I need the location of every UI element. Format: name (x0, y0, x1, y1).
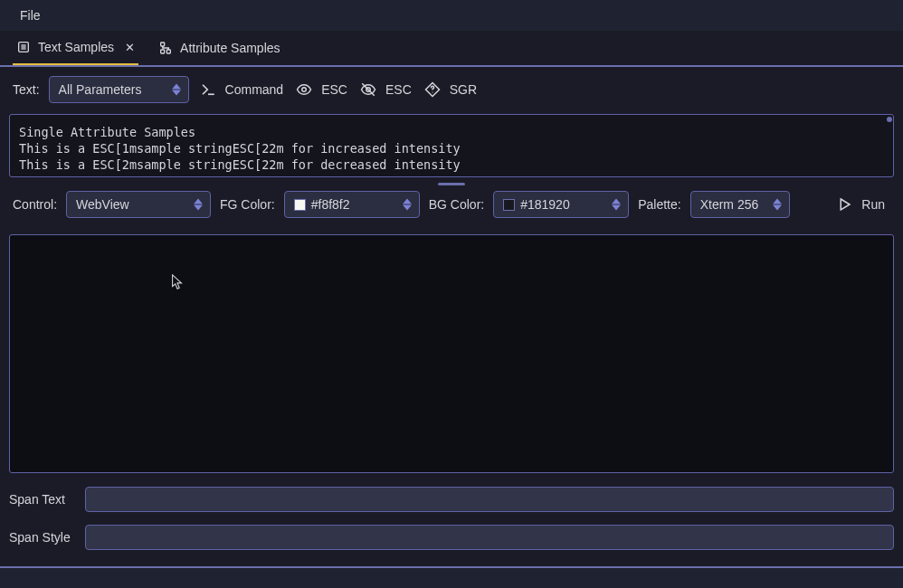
palette-select-value: Xterm 256 (700, 197, 759, 212)
code-line: Single Attribute Samples (19, 125, 195, 139)
diamond-help-icon (424, 81, 441, 98)
run-button[interactable]: Run (834, 193, 887, 216)
spinner-arrows-icon (194, 196, 203, 213)
spinner-arrows-icon (172, 81, 181, 98)
tab-bar: Text Samples ✕ Attribute Samples (0, 31, 903, 65)
status-bar (0, 566, 903, 588)
tab-label: Text Samples (38, 40, 114, 54)
esc-visible-button[interactable]: ESC (294, 78, 349, 101)
fg-color-label: FG Color: (220, 197, 275, 212)
esc-visible-label: ESC (321, 82, 347, 97)
command-label: Command (225, 82, 284, 97)
palette-label: Palette: (638, 197, 680, 212)
span-style-label: Span Style (9, 530, 72, 545)
control-select-value: WebView (76, 197, 129, 212)
spinner-arrows-icon (773, 196, 782, 213)
code-line: This is a ESC[1msample stringESC[22m for… (19, 141, 461, 156)
tab-label: Attribute Samples (180, 41, 280, 55)
run-label: Run (861, 197, 885, 212)
fg-color-value: #f8f8f2 (311, 197, 350, 212)
menu-file[interactable]: File (13, 5, 48, 26)
eye-off-icon (360, 81, 376, 98)
control-label: Control: (13, 197, 57, 212)
control-select[interactable]: WebView (66, 191, 211, 218)
code-editor[interactable]: Single Attribute Samples This is a ESC[1… (9, 114, 894, 177)
span-text-row: Span Text (0, 480, 903, 518)
palette-select[interactable]: Xterm 256 (690, 191, 790, 218)
spinner-arrows-icon (403, 196, 412, 213)
menubar: File (0, 0, 903, 31)
esc-hidden-label: ESC (385, 82, 412, 97)
subtasks-icon (158, 41, 173, 55)
span-style-row: Span Style (0, 518, 903, 556)
fg-color-select[interactable]: #f8f8f2 (284, 191, 420, 218)
list-icon (16, 40, 31, 54)
esc-hidden-button[interactable]: ESC (358, 78, 413, 101)
tab-text-samples[interactable]: Text Samples ✕ (13, 32, 138, 65)
text-toolbar: Text: All Parameters Command ESC ESC (0, 65, 903, 112)
svg-marker-12 (841, 199, 851, 210)
splitter-handle[interactable] (438, 183, 465, 185)
svg-rect-6 (166, 50, 170, 53)
text-select-value: All Parameters (59, 82, 142, 97)
text-label: Text: (13, 82, 40, 97)
bg-color-swatch (503, 199, 515, 211)
preview-panel[interactable] (9, 234, 894, 473)
span-text-input[interactable] (85, 487, 894, 512)
bg-color-label: BG Color: (429, 197, 484, 212)
code-line: This is a ESC[2msample stringESC[22m for… (19, 157, 461, 172)
play-icon (836, 196, 852, 213)
svg-point-11 (432, 91, 432, 92)
fg-color-swatch (294, 199, 306, 211)
sgr-button[interactable]: SGR (423, 78, 479, 101)
span-text-label: Span Text (9, 492, 72, 507)
control-toolbar: Control: WebView FG Color: #f8f8f2 BG Co… (0, 187, 903, 227)
terminal-prompt-icon (200, 81, 216, 98)
bg-color-value: #181920 (520, 197, 570, 212)
command-button[interactable]: Command (198, 78, 286, 101)
tab-attribute-samples[interactable]: Attribute Samples (155, 31, 284, 64)
bg-color-select[interactable]: #181920 (493, 191, 629, 218)
spinner-arrows-icon (612, 196, 621, 213)
cursor-pointer-icon (171, 274, 184, 290)
sgr-label: SGR (450, 82, 477, 97)
svg-rect-4 (161, 43, 165, 46)
text-select[interactable]: All Parameters (49, 76, 189, 103)
close-icon[interactable]: ✕ (125, 41, 135, 54)
span-style-input[interactable] (85, 525, 894, 550)
svg-rect-5 (161, 50, 165, 53)
svg-point-8 (302, 88, 307, 92)
eye-icon (296, 81, 312, 98)
